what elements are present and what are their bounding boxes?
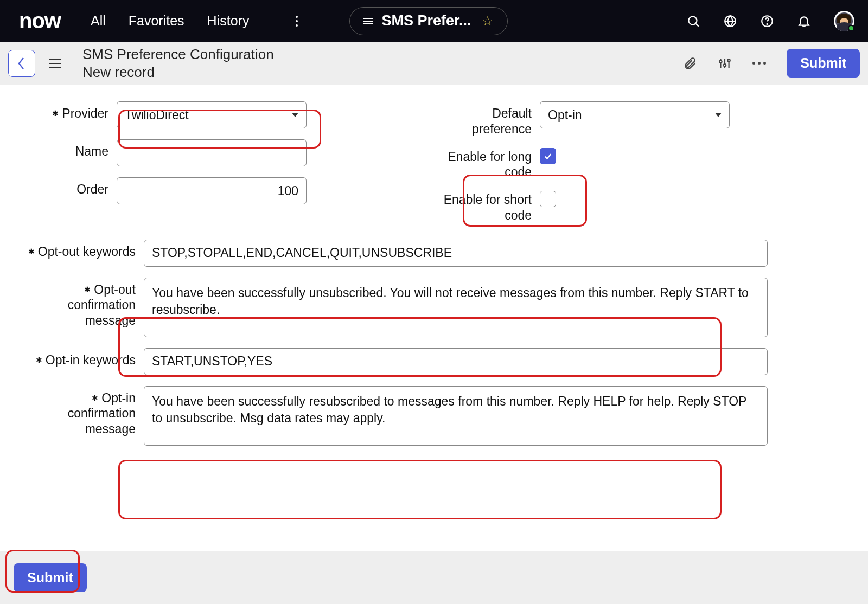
chevron-down-icon	[715, 113, 722, 117]
label-optout-message: Opt-out confirmation message	[22, 278, 144, 329]
page-subtitle: New record	[82, 64, 274, 81]
header-titles: SMS Preference Configuration New record	[82, 46, 274, 81]
star-icon[interactable]: ☆	[482, 14, 494, 29]
attachment-icon[interactable]	[683, 56, 697, 70]
form-body: Provider TwilioDirect Name Order	[0, 85, 868, 467]
enable-long-code-checkbox[interactable]	[540, 148, 556, 164]
avatar[interactable]	[834, 11, 854, 31]
label-optout-keywords: Opt-out keywords	[22, 240, 144, 260]
back-button[interactable]	[8, 50, 35, 77]
optout-message-input[interactable]: You have been successfully unsubscribed.…	[144, 278, 768, 337]
nav-history[interactable]: History	[207, 13, 250, 29]
label-default-preference: Default preference	[437, 101, 540, 137]
submit-button-header[interactable]: Submit	[787, 49, 860, 78]
annotation-highlight	[118, 460, 722, 519]
name-input[interactable]	[117, 139, 307, 166]
more-actions-icon[interactable]	[752, 62, 766, 65]
order-input[interactable]	[117, 177, 307, 204]
svg-point-8	[720, 60, 722, 62]
provider-value: TwilioDirect	[125, 108, 189, 123]
form-footer: Submit	[0, 551, 868, 604]
optin-keywords-input[interactable]	[144, 348, 768, 375]
nav-right	[686, 11, 854, 31]
svg-point-9	[724, 64, 726, 66]
globe-icon[interactable]	[723, 14, 737, 28]
page-title: SMS Preference Configuration	[82, 46, 274, 63]
label-provider: Provider	[22, 101, 117, 121]
list-icon	[363, 18, 373, 24]
optin-message-input[interactable]: You have been successfully resubscribed …	[144, 386, 768, 446]
label-enable-short-code: Enable for short code	[437, 191, 540, 223]
label-order: Order	[22, 177, 117, 197]
nav-items: All Favorites History	[91, 13, 298, 29]
svg-point-4	[767, 23, 767, 24]
nav-more-icon[interactable]	[296, 16, 298, 27]
bell-icon[interactable]	[797, 14, 811, 28]
context-pill[interactable]: SMS Prefer... ☆	[349, 7, 508, 35]
nav-favorites[interactable]: Favorites	[129, 13, 184, 29]
provider-select[interactable]: TwilioDirect	[117, 101, 307, 128]
search-icon[interactable]	[686, 14, 700, 28]
svg-point-0	[688, 16, 697, 24]
label-name: Name	[22, 139, 117, 159]
enable-short-code-checkbox[interactable]	[540, 191, 556, 207]
nav-all[interactable]: All	[91, 13, 106, 29]
form-header: SMS Preference Configuration New record …	[0, 42, 868, 85]
help-icon[interactable]	[760, 14, 774, 28]
presence-indicator	[848, 25, 854, 31]
svg-line-1	[696, 23, 699, 26]
top-nav: now All Favorites History SMS Prefer... …	[0, 0, 868, 42]
label-optin-keywords: Opt-in keywords	[22, 348, 144, 368]
logo: now	[19, 9, 61, 33]
default-preference-select[interactable]: Opt-in	[540, 101, 730, 128]
label-enable-long-code: Enable for long code	[437, 148, 540, 181]
header-right: Submit	[683, 49, 860, 78]
default-preference-value: Opt-in	[548, 108, 582, 123]
chevron-down-icon	[292, 113, 298, 117]
form-menu-icon[interactable]	[49, 59, 61, 68]
personalize-icon[interactable]	[718, 56, 732, 70]
svg-point-10	[728, 59, 730, 61]
submit-button-footer[interactable]: Submit	[14, 563, 87, 592]
optout-keywords-input[interactable]	[144, 240, 768, 267]
context-pill-title: SMS Prefer...	[381, 12, 471, 29]
label-optin-message: Opt-in confirmation message	[22, 386, 144, 437]
